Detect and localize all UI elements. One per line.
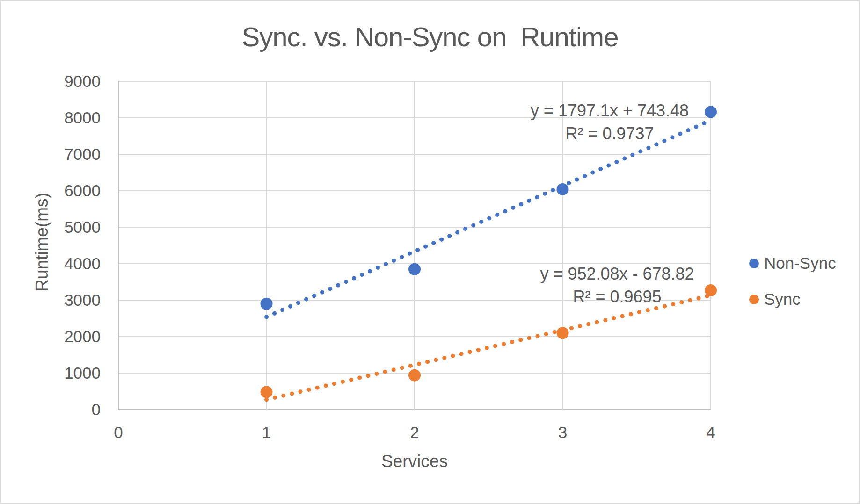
legend-marker-sync-icon bbox=[749, 295, 759, 304]
trendline-annotation-sync: y = 952.08x - 678.82 R² = 0.9695 bbox=[500, 262, 734, 308]
data-point-sync[interactable] bbox=[557, 327, 569, 339]
y-tick-label: 9000 bbox=[30, 72, 101, 91]
y-axis-title: Runtime(ms) bbox=[32, 172, 52, 312]
x-tick-label: 0 bbox=[90, 423, 146, 442]
y-tick-label: 1000 bbox=[30, 363, 101, 383]
legend-item-sync[interactable]: Sync bbox=[749, 289, 801, 310]
y-tick-label: 2000 bbox=[30, 327, 101, 346]
legend-label-non-sync: Non-Sync bbox=[764, 254, 836, 273]
chart-canvas: Sync. vs. Non-Sync on Runtime 0100020003… bbox=[0, 0, 860, 504]
data-point-sync[interactable] bbox=[408, 369, 421, 382]
y-tick-label: 7000 bbox=[30, 144, 101, 164]
trendline-r2-non-sync: R² = 0.9737 bbox=[493, 122, 727, 145]
data-point-non-sync[interactable] bbox=[557, 183, 569, 195]
y-tick-label: 8000 bbox=[30, 108, 101, 128]
trendline-equation-non-sync: y = 1797.1x + 743.48 bbox=[493, 99, 727, 122]
trendline-r2-sync: R² = 0.9695 bbox=[500, 285, 734, 308]
data-point-sync[interactable] bbox=[261, 386, 273, 398]
trendline-equation-sync: y = 952.08x - 678.82 bbox=[500, 262, 734, 285]
trendline-annotation-non-sync: y = 1797.1x + 743.48 R² = 0.9737 bbox=[493, 99, 727, 145]
legend-label-sync: Sync bbox=[764, 290, 801, 309]
x-tick-label: 3 bbox=[535, 423, 591, 442]
legend-item-non-sync[interactable]: Non-Sync bbox=[749, 253, 836, 274]
x-tick-label: 1 bbox=[239, 423, 295, 442]
x-axis-title: Services bbox=[298, 450, 532, 473]
data-point-non-sync[interactable] bbox=[261, 298, 273, 310]
trendline-sync bbox=[267, 295, 711, 400]
x-tick-label: 4 bbox=[683, 423, 739, 442]
x-tick-label: 2 bbox=[386, 423, 443, 442]
y-tick-label: 0 bbox=[30, 400, 101, 419]
legend-marker-non-sync-icon bbox=[749, 259, 759, 268]
data-point-non-sync[interactable] bbox=[408, 263, 421, 275]
